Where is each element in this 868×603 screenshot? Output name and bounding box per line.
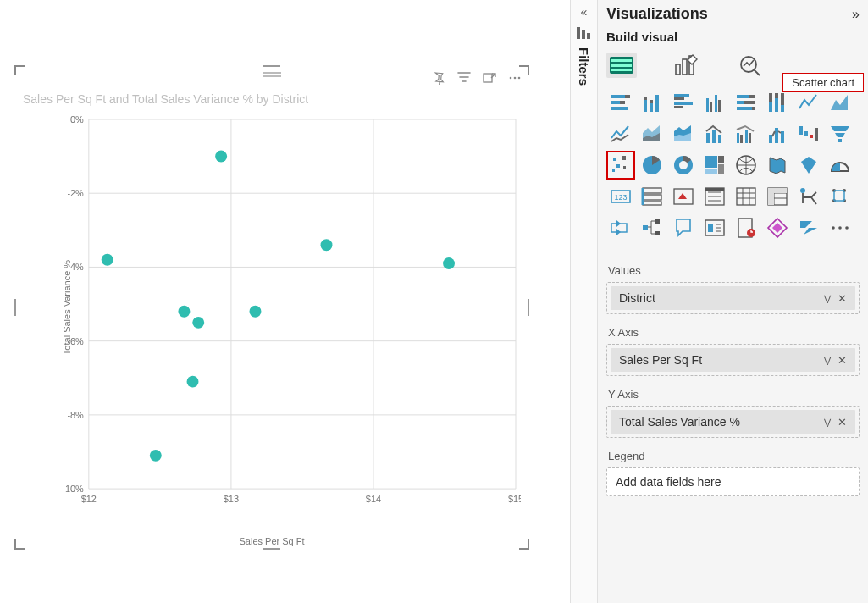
filters-rail[interactable]: « Filters [570, 0, 597, 603]
tooltip-scatter-chart: Scatter chart [782, 73, 864, 92]
key-influencers-icon[interactable] [606, 213, 635, 242]
visual-drag-grip[interactable] [263, 70, 281, 79]
collapse-chevron-icon[interactable]: « [577, 5, 592, 20]
svg-rect-44 [611, 95, 625, 98]
more-options-icon[interactable] [507, 70, 522, 86]
azure-map-icon[interactable] [794, 151, 823, 180]
values-well[interactable]: District ⋁ ✕ [606, 282, 860, 314]
expand-chevron-icon[interactable]: » [852, 7, 860, 22]
stacked-area-chart-icon[interactable] [669, 119, 698, 148]
clustered-column-chart-icon[interactable] [700, 88, 729, 117]
stacked-bar-chart-icon[interactable] [606, 88, 635, 117]
chevron-down-icon[interactable]: ⋁ [824, 294, 831, 303]
svg-rect-123 [768, 188, 787, 193]
matrix-icon[interactable] [763, 182, 792, 211]
xaxis-pill[interactable]: Sales Per Sq Ft ⋁ ✕ [611, 348, 855, 372]
chevron-down-icon[interactable]: ⋁ [824, 418, 831, 427]
svg-rect-86 [810, 135, 813, 138]
power-apps-icon[interactable] [763, 213, 792, 242]
analytics-tab[interactable] [735, 53, 766, 78]
power-automate-icon[interactable] [794, 213, 823, 242]
chevron-down-icon[interactable]: ⋁ [824, 356, 831, 365]
svg-rect-60 [715, 95, 717, 112]
format-visual-tab[interactable] [671, 53, 701, 78]
funnel-chart-icon[interactable] [826, 119, 854, 148]
map-icon[interactable] [732, 151, 760, 180]
ribbon-chart-icon[interactable] [763, 119, 792, 148]
remove-field-icon[interactable]: ✕ [838, 354, 847, 367]
qa-visual-icon[interactable] [669, 213, 698, 242]
legend-well[interactable]: Add data fields here [606, 467, 860, 496]
pin-icon[interactable] [431, 70, 446, 86]
svg-rect-47 [620, 101, 625, 104]
yaxis-pill[interactable]: Total Sales Variance % ⋁ ✕ [611, 410, 855, 434]
slicer-icon[interactable] [700, 182, 729, 211]
values-pill-text: District [619, 291, 655, 305]
remove-field-icon[interactable]: ✕ [838, 416, 847, 429]
scatter-chart-icon[interactable] [606, 151, 635, 180]
r-visual-icon[interactable] [794, 182, 823, 211]
build-visual-tab[interactable] [606, 53, 637, 78]
donut-chart-icon[interactable] [669, 151, 698, 180]
kpi-icon[interactable] [669, 182, 698, 211]
svg-rect-85 [804, 131, 808, 136]
filled-map-icon[interactable] [763, 151, 792, 180]
scatter-visual-tile[interactable]: Sales Per Sq Ft and Total Sales Variance… [14, 64, 530, 550]
svg-point-31 [321, 239, 333, 251]
smart-narrative-icon[interactable] [700, 213, 729, 242]
area-chart-icon1-icon[interactable] [826, 88, 854, 117]
gauge-icon[interactable] [826, 151, 854, 180]
svg-point-30 [249, 306, 261, 318]
python-visual-icon[interactable] [826, 182, 854, 211]
yaxis-well[interactable]: Total Sales Variance % ⋁ ✕ [606, 406, 860, 438]
resize-handle-top[interactable] [263, 65, 280, 67]
xaxis-well[interactable]: Sales Per Sq Ft ⋁ ✕ [606, 344, 860, 376]
line-clustered-column-chart-icon[interactable] [732, 119, 760, 148]
svg-rect-51 [650, 103, 653, 112]
resize-handle-left[interactable] [14, 299, 16, 316]
focus-mode-icon[interactable] [482, 70, 497, 86]
svg-text:-8%: -8% [67, 410, 84, 420]
100-stacked-column-chart-icon[interactable] [763, 88, 792, 117]
resize-handle-tl[interactable] [14, 65, 25, 75]
svg-rect-45 [625, 95, 630, 98]
clustered-bar-chart-icon[interactable] [669, 88, 698, 117]
stacked-column-chart-icon[interactable] [638, 88, 666, 117]
treemap-icon[interactable] [700, 151, 729, 180]
remove-field-icon[interactable]: ✕ [838, 292, 847, 305]
resize-handle-bl[interactable] [14, 539, 25, 550]
xaxis-pill-text: Sales Per Sq Ft [619, 353, 702, 367]
waterfall-chart-icon[interactable] [794, 119, 823, 148]
svg-point-141 [838, 226, 842, 230]
svg-rect-71 [775, 98, 778, 112]
paginated-report-icon[interactable] [732, 213, 760, 242]
svg-text:$14: $14 [366, 494, 381, 504]
line-stacked-column-chart-icon[interactable] [700, 119, 729, 148]
svg-rect-59 [710, 102, 712, 112]
svg-rect-33 [577, 27, 580, 39]
svg-rect-103 [643, 188, 661, 193]
svg-rect-73 [781, 105, 784, 112]
100-stacked-bar-chart-icon[interactable] [732, 88, 760, 117]
line-chart-icon[interactable] [606, 119, 635, 148]
filter-icon[interactable] [456, 70, 472, 86]
y-axis-label: Total Sales Variance % [62, 260, 72, 355]
area-chart-icon[interactable] [638, 119, 666, 148]
decomposition-tree-icon[interactable] [638, 213, 666, 242]
svg-rect-69 [769, 102, 772, 112]
svg-rect-58 [706, 98, 709, 112]
svg-point-95 [679, 161, 688, 169]
resize-handle-bottom[interactable] [263, 548, 280, 550]
pie-chart-icon[interactable] [638, 151, 666, 180]
get-more-visuals-icon[interactable] [826, 213, 854, 242]
filters-label[interactable]: Filters [577, 47, 591, 86]
table-icon[interactable] [732, 182, 760, 211]
multi-row-card-icon[interactable] [638, 182, 666, 211]
report-canvas[interactable]: Sales Per Sq Ft and Total Sales Variance… [0, 0, 570, 603]
line-chart-icon1-icon[interactable] [794, 88, 823, 117]
resize-handle-right[interactable] [528, 299, 529, 316]
resize-handle-br[interactable] [519, 539, 529, 550]
svg-rect-98 [718, 164, 724, 174]
values-pill[interactable]: District ⋁ ✕ [611, 286, 855, 310]
card-icon[interactable]: 123 [606, 182, 635, 211]
